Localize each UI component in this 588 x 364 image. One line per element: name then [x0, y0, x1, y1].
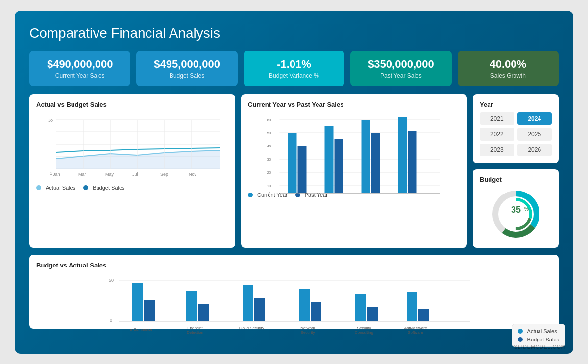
budget-donut-area: 35 %: [480, 187, 552, 241]
svg-rect-59: [186, 291, 197, 321]
svg-rect-70: [355, 294, 366, 321]
year-grid: 2021 2024 2022 2025 2023 2026: [480, 112, 552, 156]
svg-rect-39: [398, 117, 407, 193]
svg-text:0: 0: [269, 191, 271, 195]
budget-vs-actual-card: Budget vs Actual Sales 50 0 e-Commerce: [29, 255, 559, 329]
kpi-variance: -1.01% Budget Variance %: [244, 51, 344, 86]
credit: SLIDEMODEL.COM: [514, 344, 565, 350]
year-btn-2026[interactable]: 2026: [517, 144, 552, 156]
bottom-legend-box: Actual Sales Budget Sales: [512, 324, 565, 347]
svg-text:May: May: [105, 172, 114, 177]
svg-text:60: 60: [267, 118, 271, 122]
svg-text:0: 0: [110, 318, 112, 323]
svg-rect-71: [367, 307, 378, 321]
svg-text:Jul: Jul: [132, 172, 138, 177]
current-vs-past-card: Current Year vs Past Year Sales 60 50 40…: [241, 94, 467, 248]
kpi-current-year-sales: $490,000,000 Current Year Sales: [29, 51, 130, 86]
page-title: Comparative Financial Analysis: [29, 25, 559, 41]
svg-rect-40: [408, 131, 417, 193]
kpi-row: $490,000,000 Current Year Sales $495,000…: [29, 51, 559, 86]
svg-text:Jan: Jan: [53, 172, 60, 177]
kpi-label-past: Past Year Sales: [359, 73, 442, 79]
kpi-label-variance: Budget Variance %: [252, 73, 336, 79]
kpi-value-variance: -1.01%: [252, 58, 336, 71]
svg-text:2024: 2024: [400, 194, 410, 195]
bar-chart-area: 60 50 40 30 20 10 0: [248, 112, 460, 188]
current-vs-past-title: Current Year vs Past Year Sales: [248, 101, 460, 108]
budget-card: Budget 35 %: [473, 169, 559, 248]
bottom-budget-dot: [518, 337, 523, 342]
bottom-legend-actual: Actual Sales: [518, 328, 559, 334]
svg-rect-67: [311, 302, 321, 321]
svg-rect-35: [325, 126, 334, 193]
svg-rect-57: [144, 300, 155, 321]
svg-text:Consulting: Consulting: [355, 330, 373, 335]
kpi-budget-sales: $495,000,000 Budget Sales: [136, 51, 237, 86]
svg-rect-37: [362, 120, 370, 193]
svg-text:35: 35: [511, 205, 520, 215]
kpi-value-growth: 40.00%: [466, 58, 550, 71]
svg-text:Detection: Detection: [187, 330, 203, 335]
svg-text:Mar: Mar: [78, 172, 86, 177]
actual-vs-budget-card: Actual vs Budget Sales 10 1: [29, 94, 235, 248]
svg-text:Security: Security: [357, 326, 371, 330]
year-btn-2024[interactable]: 2024: [517, 112, 552, 125]
svg-text:10: 10: [48, 118, 53, 123]
svg-rect-33: [288, 133, 297, 193]
svg-text:10: 10: [267, 184, 271, 188]
svg-text:Security: Security: [301, 330, 315, 335]
svg-text:1: 1: [50, 171, 52, 176]
svg-rect-36: [335, 139, 343, 193]
year-btn-2023[interactable]: 2023: [480, 144, 514, 156]
kpi-value-current: $490,000,000: [38, 58, 122, 71]
year-selector-title: Year: [480, 101, 552, 108]
kpi-label-current: Current Year Sales: [38, 73, 122, 79]
svg-text:Network: Network: [300, 326, 315, 330]
side-panel: Year 2021 2024 2022 2025 2023 2026 Budge…: [473, 94, 559, 248]
svg-text:Sep: Sep: [160, 172, 168, 177]
svg-rect-64: [254, 298, 265, 321]
svg-text:Software: Software: [408, 330, 423, 335]
slide-container: Comparative Financial Analysis $490,000,…: [15, 11, 573, 354]
bottom-bar-area: 50 0 e-Commerce Endpoint Detection: [36, 273, 552, 322]
kpi-value-past: $350,000,000: [359, 58, 442, 71]
line-chart-legend: Actual Sales Budget Sales: [36, 185, 228, 191]
svg-text:Cloud Security: Cloud Security: [239, 326, 264, 330]
svg-rect-60: [198, 304, 209, 321]
actual-sales-dot: [36, 185, 41, 190]
budget-title: Budget: [480, 176, 552, 183]
budget-sales-dot: [83, 185, 88, 190]
svg-marker-7: [56, 150, 220, 169]
svg-text:50: 50: [267, 131, 271, 135]
svg-text:20: 20: [267, 170, 271, 175]
year-btn-2022[interactable]: 2022: [480, 128, 514, 141]
kpi-label-growth: Sales Growth: [466, 73, 550, 79]
svg-text:2022: 2022: [326, 194, 336, 195]
kpi-value-budget: $495,000,000: [145, 58, 228, 71]
legend-budget-sales-line: Budget Sales: [83, 185, 124, 191]
svg-text:40: 40: [267, 144, 271, 148]
bottom-bar-svg: 50 0 e-Commerce Endpoint Detection: [36, 273, 552, 337]
legend-actual-sales: Actual Sales: [36, 185, 75, 191]
svg-text:2023: 2023: [363, 194, 373, 195]
donut-chart-svg: 35 %: [489, 187, 543, 241]
svg-text:50: 50: [109, 278, 114, 283]
svg-rect-63: [243, 285, 253, 321]
line-chart-svg: 10 1: [36, 112, 228, 181]
bottom-row: Budget vs Actual Sales 50 0 e-Commerce: [29, 255, 559, 329]
bottom-legend-budget: Budget Sales: [518, 337, 559, 342]
year-btn-2025[interactable]: 2025: [517, 128, 552, 141]
kpi-past-year: $350,000,000 Past Year Sales: [350, 51, 451, 86]
svg-text:Endpoint: Endpoint: [187, 326, 203, 330]
svg-text:Nov: Nov: [189, 172, 197, 177]
svg-text:30: 30: [267, 157, 271, 162]
bar-chart-svg: 60 50 40 30 20 10 0: [248, 112, 460, 195]
svg-rect-56: [132, 283, 143, 321]
budget-vs-actual-title: Budget vs Actual Sales: [36, 262, 552, 269]
kpi-label-budget: Budget Sales: [145, 73, 228, 79]
svg-text:2021: 2021: [290, 194, 299, 195]
year-btn-2021[interactable]: 2021: [480, 112, 514, 125]
svg-rect-38: [371, 133, 380, 193]
svg-text:Anti-Malware: Anti-Malware: [404, 326, 427, 330]
svg-rect-34: [298, 146, 307, 193]
